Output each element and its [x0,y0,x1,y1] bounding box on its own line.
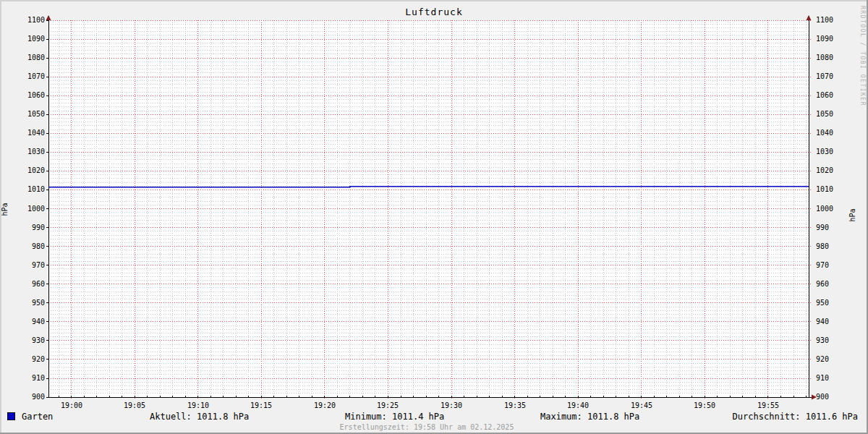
legend-row: Garten Aktuell: 1011.8 hPa Minimum: 1011… [0,412,868,422]
y-tick-label-right: 1080 [816,54,848,61]
creation-time: Erstellungszeit: 19:58 Uhr am 02.12.2025 [0,423,854,431]
y-tick-label-left: 980 [13,243,45,250]
chart-canvas [0,0,868,434]
bevel-left [0,0,1,434]
x-tick-label: 19:00 [54,401,89,409]
y-tick-label-right: 1050 [816,111,848,118]
y-tick-label-right: 1060 [816,92,848,99]
x-tick-label: 19:50 [687,401,722,409]
y-tick-label-left: 1030 [13,148,45,156]
x-tick-label: 19:55 [751,401,786,409]
y-tick-label-left: 1070 [13,73,45,80]
pressure-graph: Luftdruck RRDTOOL / TOBI OETIKER hPa hPa… [0,0,868,434]
y-tick-label-left: 910 [13,375,45,382]
y-tick-label-right: 940 [816,318,848,326]
x-tick-label: 19:25 [370,401,405,409]
stat-maximum: Maximum: 1011.8 hPa [540,412,639,422]
y-tick-label-right: 1010 [816,186,848,193]
y-tick-label-right: 1070 [816,73,848,80]
x-tick-label: 19:05 [117,401,152,409]
y-tick-label-right: 900 [816,393,848,401]
y-tick-label-left: 1020 [13,167,45,174]
y-tick-label-right: 990 [816,224,848,231]
y-tick-label-left: 1000 [13,205,45,213]
x-tick-label: 19:35 [498,401,532,409]
y-tick-label-right: 970 [816,262,848,269]
y-tick-label-right: 950 [816,299,848,307]
y-tick-label-left: 1040 [13,129,45,137]
y-tick-label-left: 1010 [13,186,45,193]
y-tick-label-left: 950 [13,299,45,307]
x-tick-label: 19:15 [244,401,278,409]
y-tick-label-right: 1030 [816,148,848,156]
y-tick-label-left: 960 [13,281,45,288]
y-tick-label-right: 1100 [816,17,848,24]
stat-minimum: Minimum: 1011.4 hPa [345,412,444,422]
y-tick-label-right: 920 [816,356,848,363]
bevel-top [0,0,868,1]
x-tick-label: 19:30 [434,401,469,409]
y-tick-label-left: 970 [13,262,45,269]
y-tick-label-left: 940 [13,318,45,326]
y-tick-label-right: 1000 [816,205,848,213]
y-tick-label-right: 980 [816,243,848,250]
x-tick-label: 19:40 [561,401,595,409]
x-tick-label: 19:20 [307,401,342,409]
y-tick-label-right: 960 [816,281,848,288]
y-tick-label-left: 1060 [13,92,45,99]
legend-swatch [7,412,15,420]
y-tick-label-right: 1090 [816,35,848,43]
stat-durchschnitt: Durchschnitt: 1011.6 hPa [733,412,858,422]
y-tick-label-right: 930 [816,337,848,344]
stat-aktuell: Aktuell: 1011.8 hPa [150,412,249,422]
y-tick-label-right: 1040 [816,129,848,137]
legend-series-label: Garten [22,412,53,422]
x-tick-label: 19:45 [624,401,659,409]
y-tick-label-left: 1100 [13,17,45,24]
y-tick-label-left: 900 [13,393,45,401]
y-tick-label-left: 990 [13,224,45,231]
y-tick-label-left: 920 [13,356,45,363]
y-tick-label-right: 1020 [816,167,848,174]
y-tick-label-left: 1080 [13,54,45,61]
y-tick-label-left: 1090 [13,35,45,43]
y-tick-label-left: 1050 [13,111,45,118]
y-tick-label-right: 910 [816,375,848,382]
x-tick-label: 19:10 [181,401,216,409]
y-tick-label-left: 930 [13,337,45,344]
